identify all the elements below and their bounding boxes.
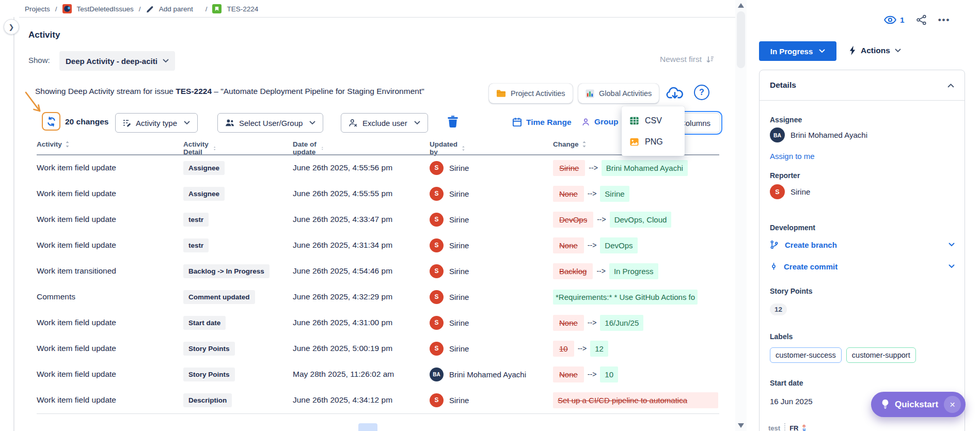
create-commit-label: Create commit	[784, 262, 837, 271]
user-avatar[interactable]: S	[430, 393, 444, 407]
change-cell: 10 --> 12	[553, 336, 719, 361]
pagination-partial[interactable]	[358, 423, 377, 431]
stream-prefix: Showing Deep Activity stream for issue	[35, 87, 173, 95]
breadcrumb-add-parent[interactable]: Add parent	[159, 5, 193, 13]
table-row: Work item field update Story Points June…	[0, 336, 736, 361]
lightning-icon	[849, 45, 856, 56]
user-avatar[interactable]: S	[430, 161, 444, 175]
column-header-detail[interactable]: Activity Detail	[183, 140, 216, 156]
refresh-icon	[46, 116, 57, 127]
table-row: Work item field update Assignee June 26t…	[0, 155, 736, 181]
chevron-down-icon	[414, 121, 420, 125]
export-png-option[interactable]: PNG	[622, 131, 685, 152]
details-panel-header[interactable]: Details	[760, 70, 965, 101]
pencil-icon	[146, 5, 154, 13]
reporter-value[interactable]: S Sirine	[770, 184, 810, 199]
partial-text: test	[768, 424, 780, 431]
breadcrumb-projects[interactable]: Projects	[25, 5, 50, 13]
activity-cell: Work item field update	[37, 232, 179, 258]
activity-detail-cell: Story Points	[183, 336, 289, 361]
date-cell: June 26th 2025, 4:34:12 pm	[293, 387, 424, 413]
breadcrumb-issue-key[interactable]: TES-2224	[227, 5, 258, 13]
project-avatar-icon	[62, 4, 72, 13]
watchers-button[interactable]: 1	[884, 15, 905, 25]
quickstart-button[interactable]: Quickstart ✕	[871, 392, 966, 417]
export-csv-option[interactable]: CSV	[622, 110, 685, 131]
user-avatar[interactable]: S	[430, 213, 444, 227]
change-cell: None --> 16/Jun/25	[553, 310, 719, 336]
date-cell: June 26th 2025, 4:31:34 pm	[293, 232, 424, 258]
activity-type-filter[interactable]: Activity type	[115, 113, 198, 133]
actions-dropdown[interactable]: Actions	[849, 45, 901, 56]
updated-by-cell: S Sirine	[430, 310, 549, 336]
activity-section-title: Activity	[28, 30, 60, 40]
activity-show-dropdown[interactable]: Deep Activity - deep-aciti	[59, 51, 175, 71]
user-avatar[interactable]: S	[430, 187, 444, 201]
label-tag[interactable]: customer-support	[846, 347, 916, 363]
breadcrumb-project[interactable]: TestDeletedIssues	[77, 5, 134, 13]
exclude-user-filter[interactable]: Exclude user	[341, 113, 428, 133]
column-header-change[interactable]: Change	[553, 140, 587, 148]
user-name: Sirine	[449, 396, 469, 405]
user-avatar[interactable]: S	[430, 316, 444, 330]
activity-cell: Work item field update	[37, 387, 179, 413]
assignee-value[interactable]: BA Brini Mohamed Ayachi	[770, 127, 867, 142]
time-range-button[interactable]: Time Range	[512, 117, 572, 127]
user-avatar[interactable]: S	[430, 290, 444, 304]
refresh-button[interactable]	[42, 112, 60, 131]
clear-filters-trash-icon[interactable]	[447, 115, 459, 130]
column-header-updated-by[interactable]: Updated by	[430, 140, 465, 156]
user-avatar[interactable]: S	[430, 342, 444, 356]
create-commit-row[interactable]: Create commit	[770, 262, 955, 271]
label-tag[interactable]: customer-success	[770, 347, 842, 363]
date-cell: June 26th 2025, 4:55:56 pm	[293, 155, 424, 181]
folder-icon	[496, 89, 506, 98]
vertical-scrollbar[interactable]	[735, 0, 747, 431]
date-cell: June 26th 2025, 4:31:00 pm	[293, 310, 424, 336]
updated-by-cell: S Sirine	[430, 336, 549, 361]
activity-detail-cell: Backlog -> In Progress	[183, 258, 289, 284]
date-cell: June 26th 2025, 4:54:46 pm	[293, 258, 424, 284]
user-name: Sirine	[449, 293, 469, 301]
detail-pill: Assignee	[183, 187, 225, 201]
date-cell: June 26th 2025, 4:55:55 pm	[293, 181, 424, 206]
project-activities-button[interactable]: Project Activities	[489, 84, 573, 103]
sort-icon	[321, 145, 324, 152]
user-avatar[interactable]: BA	[430, 368, 444, 381]
sort-descending-icon	[706, 55, 714, 63]
assign-to-me[interactable]: Assign to me	[770, 152, 815, 161]
cloud-download-icon[interactable]	[666, 86, 684, 102]
global-activities-button[interactable]: Global Activities	[578, 84, 659, 103]
help-icon[interactable]: ?	[694, 85, 709, 100]
select-user-group-filter[interactable]: Select User/Group	[217, 113, 323, 133]
updated-by-cell: S Sirine	[430, 387, 549, 413]
expand-panel-button[interactable]: ❯	[4, 19, 19, 35]
reporter-label: Reporter	[770, 171, 800, 180]
scroll-down-arrow[interactable]	[738, 423, 744, 428]
quickstart-close-button[interactable]: ✕	[944, 396, 961, 413]
create-branch-row[interactable]: Create branch	[770, 240, 955, 249]
group-button[interactable]: Group	[581, 117, 619, 126]
sort-icon	[213, 145, 216, 152]
activity-detail-cell: testr	[183, 206, 289, 232]
table-row: Work item field update Assignee June 26t…	[0, 181, 736, 206]
user-avatar[interactable]: S	[430, 264, 444, 278]
change-cell: Set up a CI/CD pipeline to automatica	[553, 387, 719, 413]
show-label: Show:	[28, 56, 50, 65]
start-date-value: 16 Jun 2025	[770, 397, 813, 406]
branch-icon	[770, 240, 779, 249]
more-actions-icon[interactable]: •••	[938, 15, 951, 25]
scrollbar-thumb[interactable]	[737, 11, 745, 68]
story-points-value[interactable]: 12	[770, 304, 787, 315]
column-header-activity[interactable]: Activity	[37, 140, 70, 148]
scroll-up-arrow[interactable]	[738, 3, 744, 8]
date-cell: June 26th 2025, 5:00:19 pm	[293, 336, 424, 361]
column-header-date[interactable]: Date of update	[293, 140, 323, 156]
detail-pill: Assignee	[183, 161, 225, 175]
sort-order-button[interactable]: Newest first	[660, 55, 714, 64]
language-extension-widget[interactable]: test FR ou	[768, 423, 805, 431]
status-dropdown[interactable]: In Progress	[759, 41, 836, 61]
share-icon[interactable]	[916, 14, 927, 25]
stream-issue-title: "Automate Deployment Pipeline for Stagin…	[220, 87, 424, 95]
user-avatar[interactable]: S	[430, 238, 444, 252]
